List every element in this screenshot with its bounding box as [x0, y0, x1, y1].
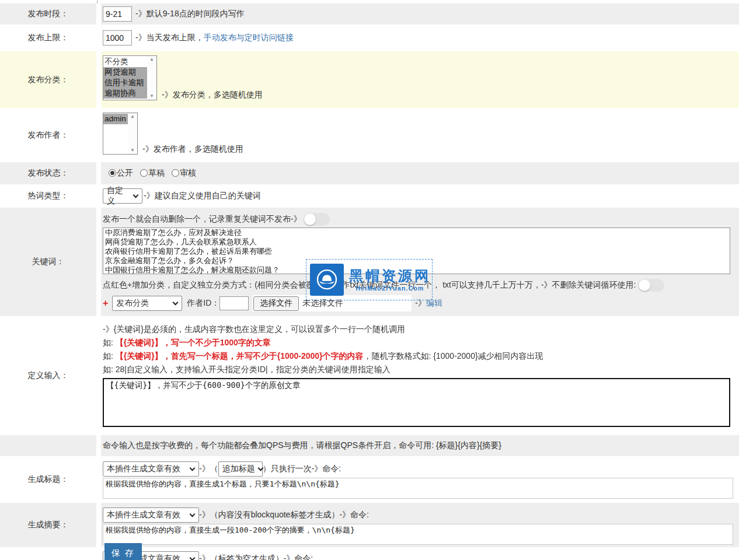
radio-review-icon[interactable]: [172, 169, 179, 177]
publish-limit-input[interactable]: [103, 30, 132, 46]
auto-publish-settings-form: 发布时段： -》默认9-18点的时间段内写作 发布上限： -》当天发布上限， 手…: [0, 0, 739, 560]
keywords-textarea[interactable]: 中原消费逾期了怎么办，应对及解决途径 网商贷逾期了怎么办，几天会联系紧急联系人 …: [103, 228, 730, 274]
generate-abstract-mode-select[interactable]: 本插件生成文章有效: [103, 508, 199, 523]
author-id-input[interactable]: [219, 296, 249, 310]
auto-delete-toggle[interactable]: [304, 213, 330, 226]
radio-public-label: 公开: [117, 168, 133, 177]
manual-publish-link[interactable]: 手动发布与定时访问链接: [204, 33, 294, 43]
publish-category-hint: -》发布分类，多选随机使用: [162, 90, 263, 100]
column-gutter: [96, 24, 101, 51]
category-option-negotiate[interactable]: 逾期协商: [103, 88, 147, 99]
generate-abstract-command-textarea[interactable]: 根据我提供给你的内容，直接生成一段100-200个字的摘要，\n\n{标题}: [103, 524, 733, 545]
row-keywords: 关键词： 发布一个就会自动删除一个，记录重复关键词不发布-》 中原消费逾期了怎么…: [0, 208, 739, 316]
keyword-file-input: 选择文件 未选择文件: [252, 295, 412, 312]
publish-author-label: 发布作者：: [0, 108, 96, 162]
row-publish-limit: 发布上限： -》当天发布上限， 手动发布与定时访问链接: [0, 24, 739, 51]
radio-draft-icon[interactable]: [140, 169, 148, 177]
keep-keywords-toggle[interactable]: [638, 279, 664, 292]
row-generate-abstract: 生成摘要： 本插件生成文章有效 -》（内容没有blockquote标签才生成）-…: [0, 503, 739, 547]
generate-tag-mid: -》（标签为空才生成）-》命令:: [199, 554, 313, 560]
multiselect-scrollbar[interactable]: ▲ ▼: [147, 56, 156, 100]
radio-draft[interactable]: 草稿: [140, 168, 165, 178]
generate-tag-content: 本插件生成文章有效 -》（标签为空才生成）-》命令:: [101, 547, 739, 560]
publish-time-label: 发布时段：: [0, 4, 96, 24]
column-gutter: [96, 208, 101, 316]
column-gutter: [96, 184, 101, 208]
hotword-type-select[interactable]: 自定义: [103, 188, 142, 204]
generate-abstract-label: 生成摘要：: [0, 503, 96, 547]
keyword-category-select[interactable]: 发布分类: [112, 296, 182, 311]
scroll-down-icon[interactable]: ▼: [130, 148, 135, 153]
row-generate-title: 生成标题： 本插件生成文章有效 -》（ 追加标题 ）只执行一次-》命令: 根据我…: [0, 456, 739, 503]
generate-title-mid1: -》（: [199, 464, 218, 474]
column-gutter: [96, 108, 101, 162]
publish-time-content: -》默认9-18点的时间段内写作: [101, 4, 739, 24]
publish-limit-hint: -》当天发布上限，: [135, 33, 204, 43]
keywords-label: 关键词：: [0, 208, 96, 316]
chevron-down-icon: [190, 511, 196, 517]
row-publish-status: 发布状态： 公开 草稿 审核: [0, 162, 739, 184]
file-status-text: 未选择文件: [302, 298, 343, 309]
generate-tag-label-empty: [0, 547, 96, 560]
radio-review[interactable]: 审核: [172, 168, 196, 178]
publish-status-label: 发布状态：: [0, 162, 96, 184]
row-publish-author: 发布作者： admin ▲ ▼ -》发布作者，多选随机使用: [0, 108, 739, 162]
column-gutter: [96, 51, 101, 108]
column-gutter: [96, 503, 101, 547]
edit-arrow-text: -》: [415, 298, 426, 309]
publish-category-content: 不分类 网贷逾期 信用卡逾期 逾期协商 ▲ ▼ -》发布分类，多选随机使用: [101, 51, 739, 108]
column-gutter: [96, 435, 101, 456]
custom-input-textarea[interactable]: 【{关键词}】，并写不少于{600-900}个字的原创文章: [103, 378, 730, 427]
append-title-select[interactable]: 追加标题: [218, 461, 263, 477]
hotword-type-label: 热词类型：: [0, 184, 96, 208]
command-note-label-empty: [0, 435, 96, 456]
category-option-netloan[interactable]: 网贷逾期: [103, 67, 147, 78]
column-gutter: [96, 456, 101, 503]
publish-limit-content: -》当天发布上限， 手动发布与定时访问链接: [101, 24, 739, 51]
keywords-note-line: 点红色+增加分类，自定义独立分类方式：(相同分类会被覆盖)，制作txt关键词文件…: [103, 279, 739, 292]
publish-author-content: admin ▲ ▼ -》发布作者，多选随机使用: [101, 108, 739, 162]
generate-title-label: 生成标题：: [0, 456, 96, 503]
radio-public[interactable]: 公开: [109, 168, 133, 178]
choose-file-button[interactable]: 选择文件: [253, 296, 299, 311]
generate-abstract-mode-selected: 本插件生成文章有效: [107, 510, 180, 520]
radio-public-icon[interactable]: [109, 169, 116, 177]
publish-category-multiselect[interactable]: 不分类 网贷逾期 信用卡逾期 逾期协商 ▲ ▼: [103, 55, 157, 100]
edit-link[interactable]: 编辑: [426, 298, 442, 309]
multiselect-scrollbar[interactable]: ▲ ▼: [128, 113, 137, 154]
command-note-content: 命令输入也是按字收费的，每个功能都会叠加QPS与费用，请根据QPS条件开启，命令…: [101, 435, 739, 456]
author-id-label: 作者ID：: [187, 298, 219, 309]
author-option-admin[interactable]: admin: [103, 114, 128, 124]
publish-author-hint: -》发布作者，多选随机使用: [142, 144, 243, 155]
keywords-toggle-text: 发布一个就会自动删除一个，记录重复关键词不发布-》: [103, 214, 302, 225]
generate-tag-controls: 本插件生成文章有效 -》（标签为空才生成）-》命令:: [103, 551, 739, 560]
generate-title-mode-select[interactable]: 本插件生成文章有效: [103, 461, 199, 477]
generate-abstract-controls: 本插件生成文章有效 -》（内容没有blockquote标签才生成）-》命令:: [103, 508, 739, 523]
generate-title-controls: 本插件生成文章有效 -》（ 追加标题 ）只执行一次-》命令:: [103, 461, 739, 477]
command-note-text: 命令输入也是按字收费的，每个功能都会叠加QPS与费用，请根据QPS条件开启，命令…: [103, 440, 501, 451]
radio-review-label: 审核: [180, 168, 196, 177]
row-custom-input: 定义输入： -》{关键词}是必须的，生成内容字数也在这里定义，可以设置多个一行一…: [0, 316, 739, 435]
column-gutter: [96, 4, 101, 24]
scroll-up-icon[interactable]: ▲: [149, 57, 154, 62]
keyword-category-selected: 发布分类: [116, 298, 149, 309]
publish-author-multiselect[interactable]: admin ▲ ▼: [103, 113, 138, 155]
row-hotword-type: 热词类型： 自定义 -》建议自定义使用自己的关键词: [0, 184, 739, 208]
generate-title-command-textarea[interactable]: 根据我提供给你的内容，直接生成1个标题，只要1个标题\n\n{标题}: [103, 478, 733, 499]
generate-abstract-mid: -》（内容没有blockquote标签才生成）-》命令:: [199, 510, 369, 520]
custom-input-line1: -》{关键词}是必须的，生成内容字数也在这里定义，可以设置多个一行一个随机调用: [103, 323, 739, 335]
chevron-down-icon: [133, 192, 139, 198]
scroll-down-icon[interactable]: ▼: [149, 94, 154, 99]
publish-time-input[interactable]: [103, 6, 132, 22]
example-prefix: 如:: [103, 338, 116, 347]
add-category-button[interactable]: +: [103, 298, 108, 309]
category-option-uncategorized[interactable]: 不分类: [103, 57, 147, 67]
keywords-toggle-line: 发布一个就会自动删除一个，记录重复关键词不发布-》: [103, 213, 739, 226]
category-option-creditcard[interactable]: 信用卡逾期: [103, 78, 147, 88]
custom-input-content: -》{关键词}是必须的，生成内容字数也在这里定义，可以设置多个一行一个随机调用 …: [101, 316, 739, 435]
column-gutter: [96, 162, 101, 184]
save-button[interactable]: 保 存: [104, 543, 142, 560]
publish-time-hint: -》默认9-18点的时间段内写作: [135, 9, 245, 19]
scroll-up-icon[interactable]: ▲: [130, 114, 135, 119]
generate-title-mode-selected: 本插件生成文章有效: [107, 464, 180, 474]
